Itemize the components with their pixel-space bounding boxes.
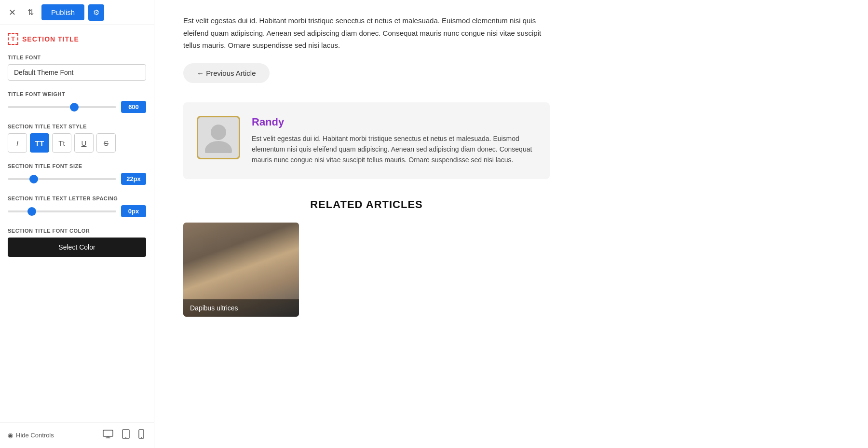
tablet-button[interactable] bbox=[120, 427, 132, 443]
select-color-button[interactable]: Select Color bbox=[8, 238, 146, 257]
section-title-font-size-field: SECTION TITLE FONT SIZE 22px bbox=[8, 163, 146, 185]
title-font-weight-slider-row: 600 bbox=[8, 101, 146, 113]
title-font-weight-slider[interactable] bbox=[8, 106, 116, 108]
related-articles-title: RELATED ARTICLES bbox=[183, 198, 550, 211]
hide-controls-label: Hide Controls bbox=[16, 432, 54, 439]
letter-spacing-value: 0px bbox=[121, 205, 146, 217]
hide-controls-icon: ◉ bbox=[8, 432, 13, 439]
italic-button[interactable]: I bbox=[8, 133, 27, 153]
svg-point-2 bbox=[125, 437, 126, 438]
tablet-icon bbox=[122, 429, 130, 439]
letter-spacing-field: SECTION TITLE TEXT LETTER SPACING 0px bbox=[8, 196, 146, 217]
section-title-header: T SECTION TITLE bbox=[8, 33, 146, 45]
left-panel: ✕ ⇅ Publish ⚙ T SECTION TITLE TITLE FONT… bbox=[0, 0, 154, 448]
bold-button[interactable]: TT bbox=[30, 133, 49, 153]
publish-button[interactable]: Publish bbox=[41, 4, 84, 20]
hide-controls-button[interactable]: ◉ Hide Controls bbox=[8, 432, 54, 439]
title-font-weight-value: 600 bbox=[121, 101, 146, 113]
section-title-text-style-label: SECTION TITLE TEXT STYLE bbox=[8, 124, 146, 129]
underline-button[interactable]: U bbox=[74, 133, 94, 153]
font-size-slider-row: 22px bbox=[8, 173, 146, 185]
article-card-caption: Dapibus ultrices bbox=[183, 299, 299, 317]
author-name: Randy bbox=[252, 116, 536, 128]
section-title-text-style-field: SECTION TITLE TEXT STYLE I TT Tt U S bbox=[8, 124, 146, 153]
font-color-field: SECTION TITLE FONT COLOR Select Color bbox=[8, 228, 146, 257]
svg-point-4 bbox=[141, 437, 142, 438]
svg-rect-0 bbox=[103, 430, 113, 436]
top-bar: ✕ ⇅ Publish ⚙ bbox=[0, 0, 154, 25]
mobile-icon bbox=[138, 429, 144, 439]
strikethrough-button[interactable]: S bbox=[96, 133, 116, 153]
font-size-slider[interactable] bbox=[8, 178, 116, 180]
section-title-icon: T bbox=[8, 33, 18, 45]
mobile-button[interactable] bbox=[136, 427, 146, 443]
font-color-label: SECTION TITLE FONT COLOR bbox=[8, 228, 146, 234]
font-size-value: 22px bbox=[121, 173, 146, 185]
desktop-button[interactable] bbox=[101, 427, 115, 443]
desktop-icon bbox=[103, 430, 113, 438]
author-box: Randy Est velit egestas dui id. Habitant… bbox=[183, 102, 550, 179]
section-title-label: SECTION TITLE bbox=[22, 35, 79, 43]
text-style-buttons: I TT Tt U S bbox=[8, 133, 146, 153]
letter-spacing-label: SECTION TITLE TEXT LETTER SPACING bbox=[8, 196, 146, 201]
title-font-label: TITLE FONT bbox=[8, 55, 146, 60]
author-avatar bbox=[197, 116, 240, 159]
panel-footer: ◉ Hide Controls bbox=[0, 422, 154, 448]
previous-article-button[interactable]: ← Previous Article bbox=[183, 63, 270, 83]
related-articles-section: RELATED ARTICLES Dapibus ultrices bbox=[183, 198, 550, 317]
svg-point-5 bbox=[211, 125, 226, 140]
author-bio: Est velit egestas dui id. Habitant morbi… bbox=[252, 133, 536, 166]
titlecase-button[interactable]: Tt bbox=[52, 133, 71, 153]
device-buttons bbox=[101, 427, 146, 443]
related-article-card[interactable]: Dapibus ultrices bbox=[183, 223, 299, 317]
panel-content: T SECTION TITLE TITLE FONT TITLE FONT WE… bbox=[0, 25, 154, 422]
title-font-field: TITLE FONT bbox=[8, 55, 146, 81]
close-button[interactable]: ✕ bbox=[5, 5, 20, 20]
section-title-font-size-label: SECTION TITLE FONT SIZE bbox=[8, 163, 146, 169]
author-info: Randy Est velit egestas dui id. Habitant… bbox=[252, 116, 536, 166]
title-font-weight-label: TITLE FONT WEIGHT bbox=[8, 91, 146, 97]
avatar-placeholder-icon bbox=[204, 122, 233, 153]
title-font-weight-field: TITLE FONT WEIGHT 600 bbox=[8, 91, 146, 113]
settings-button[interactable]: ⚙ bbox=[88, 4, 104, 21]
title-font-input[interactable] bbox=[8, 64, 146, 81]
main-content: Est velit egestas dui id. Habitant morbi… bbox=[154, 0, 868, 448]
article-body-text: Est velit egestas dui id. Habitant morbi… bbox=[183, 14, 550, 52]
letter-spacing-slider-row: 0px bbox=[8, 205, 146, 217]
sort-button[interactable]: ⇅ bbox=[24, 6, 38, 19]
svg-point-6 bbox=[205, 141, 232, 153]
letter-spacing-slider[interactable] bbox=[8, 210, 116, 212]
